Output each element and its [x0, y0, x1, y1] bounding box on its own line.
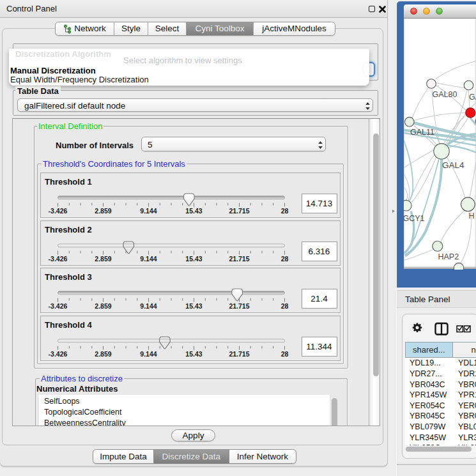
svg-text:9.144: 9.144	[140, 350, 157, 358]
svg-text:GAL80: GAL80	[433, 90, 457, 99]
svg-text:GCY1: GCY1	[404, 214, 425, 223]
svg-text:15.43: 15.43	[185, 207, 202, 215]
svg-text:-3.426: -3.426	[49, 207, 68, 215]
svg-text:21.715: 21.715	[229, 302, 249, 310]
svg-text:-3.426: -3.426	[49, 302, 68, 310]
svg-text:21.715: 21.715	[229, 207, 249, 215]
svg-text:15.43: 15.43	[185, 350, 202, 358]
svg-text:9.144: 9.144	[140, 302, 157, 310]
svg-text:GAL4: GAL4	[442, 160, 464, 169]
svg-text:9.144: 9.144	[140, 255, 157, 263]
svg-text:2.859: 2.859	[95, 350, 111, 358]
svg-text:H: H	[469, 211, 475, 220]
svg-text:28: 28	[281, 350, 289, 358]
svg-text:GAL11: GAL11	[410, 128, 434, 137]
svg-text:21.715: 21.715	[229, 350, 249, 358]
svg-text:2.859: 2.859	[95, 302, 111, 310]
svg-text:GA: GA	[469, 92, 476, 101]
svg-text:15.43: 15.43	[185, 302, 202, 310]
svg-text:21.715: 21.715	[229, 255, 249, 263]
svg-text:9.144: 9.144	[140, 207, 157, 215]
svg-text:-3.426: -3.426	[49, 350, 68, 358]
svg-text:28: 28	[281, 207, 289, 215]
svg-text:28: 28	[281, 302, 289, 310]
svg-text:2.859: 2.859	[95, 207, 111, 215]
svg-text:2.859: 2.859	[95, 255, 111, 263]
svg-text:28: 28	[281, 255, 289, 263]
svg-text:HAP2: HAP2	[438, 252, 459, 261]
svg-text:-3.426: -3.426	[49, 255, 68, 263]
svg-text:15.43: 15.43	[185, 255, 202, 263]
